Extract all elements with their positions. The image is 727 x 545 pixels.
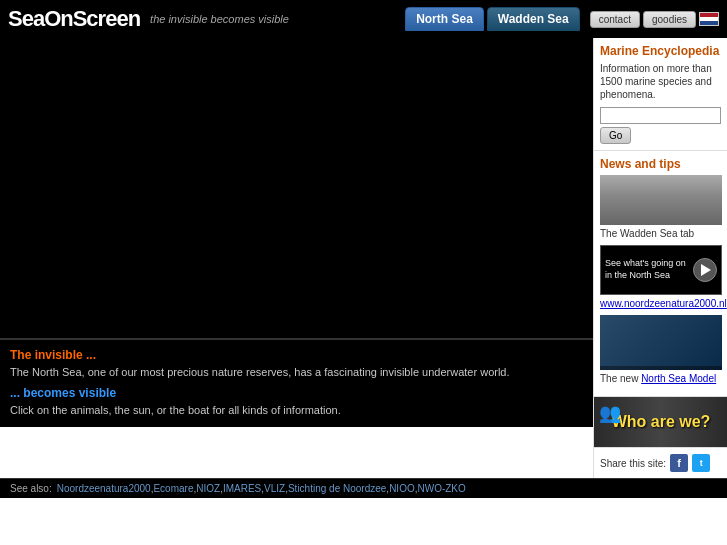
right-sidebar: Marine Encyclopedia Information on more … [593,38,727,478]
footer-link-7[interactable]: NWO-ZKO [417,483,465,494]
video-play-button[interactable] [693,258,717,282]
north-sea-model-image[interactable] [600,315,722,370]
bottom-info-area: The invisible ... The North Sea, one of … [0,338,593,427]
video-widget[interactable]: See what's going on in the North Sea [600,245,722,295]
flag-nl-icon[interactable] [699,12,719,26]
footer-link-3[interactable]: IMARES [223,483,261,494]
header: SeaOnScreen the invisible becomes visibl… [0,0,727,38]
invisible-title: The invisible ... [10,348,583,362]
footer-link-0[interactable]: Noordzeenatura2000 [57,483,151,494]
share-section: Share this site: f t [594,448,727,478]
who-are-we-banner[interactable]: 👥 Who are we? [594,397,727,447]
wadden-sea-image[interactable] [600,175,722,225]
becomes-visible-text: Click on the animals, the sun, or the bo… [10,403,583,418]
who-are-we-section: 👥 Who are we? [594,397,727,448]
tab-north-sea[interactable]: North Sea [405,7,484,31]
tagline: the invisible becomes visible [150,13,289,25]
logo: SeaOnScreen [8,6,140,32]
canvas-area[interactable] [0,38,593,338]
invisible-text: The North Sea, one of our most precious … [10,365,583,380]
tab-wadden-sea[interactable]: Wadden Sea [487,7,580,31]
who-text: Who are we? [612,413,711,431]
play-triangle-icon [701,264,711,276]
main-layout: The invisible ... The North Sea, one of … [0,38,727,478]
video-text: See what's going on in the North Sea [601,254,693,285]
species-search-input[interactable] [600,107,721,124]
goodies-button[interactable]: goodies [643,11,696,28]
footer-link-4[interactable]: VLIZ [264,483,285,494]
news-title: News and tips [600,157,721,171]
navigation-tabs: North Sea Wadden Sea [405,7,580,31]
footer: See also: Noordzeenatura2000, Ecomare, N… [0,478,727,498]
see-also-label: See also: [10,483,52,494]
noordzee-link[interactable]: www.noordzeenatura2000.nl [600,298,727,309]
facebook-share-button[interactable]: f [670,454,688,472]
birds-image [600,175,722,225]
becomes-visible-title: ... becomes visible [10,386,583,400]
contact-button[interactable]: contact [590,11,640,28]
wadden-caption: The Wadden Sea tab [600,228,721,239]
share-label: Share this site: [600,458,666,469]
go-button[interactable]: Go [600,127,631,144]
footer-link-5[interactable]: Stichting de Noordzee [288,483,386,494]
top-right-buttons: contact goodies [590,11,719,28]
marine-encyclopedia-section: Marine Encyclopedia Information on more … [594,38,727,151]
marine-description: Information on more than 1500 marine spe… [600,62,721,101]
model-overlay [600,366,722,370]
people-icon: 👥 [599,402,621,424]
model-caption: The new North Sea Model [600,373,721,384]
north-sea-model-link[interactable]: North Sea Model [641,373,716,384]
footer-link-1[interactable]: Ecomare [153,483,193,494]
marine-title: Marine Encyclopedia [600,44,721,58]
news-section: News and tips The Wadden Sea tab See wha… [594,151,727,397]
twitter-share-button[interactable]: t [692,454,710,472]
footer-link-2[interactable]: NIOZ [196,483,220,494]
noordzee-link-caption: www.noordzeenatura2000.nl [600,298,721,309]
model-caption-pre: The new [600,373,641,384]
left-column: The invisible ... The North Sea, one of … [0,38,593,478]
footer-link-6[interactable]: NIOO [389,483,415,494]
